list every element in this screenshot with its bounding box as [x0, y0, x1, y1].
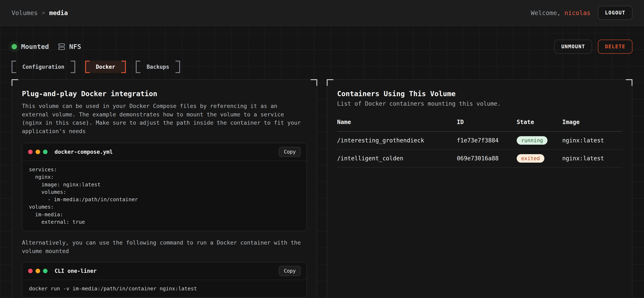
tab-docker[interactable]: Docker [85, 61, 126, 73]
compose-code-header: docker-compose.yml Copy [22, 143, 306, 161]
cli-code-header: CLI one-liner Copy [22, 262, 306, 280]
compose-filename: docker-compose.yml [54, 149, 276, 155]
breadcrumb-volumes-link[interactable]: Volumes [12, 9, 38, 16]
docker-panel-title: Plug-and-play Docker integration [22, 90, 307, 98]
breadcrumb-separator: > [42, 10, 45, 16]
compose-copy-button[interactable]: Copy [279, 147, 301, 157]
containers-panel-subtitle: List of Docker containers mounting this … [337, 100, 622, 107]
containers-table: Name ID State Image /interesting_grothen… [337, 119, 622, 167]
status-badge: running [517, 136, 548, 145]
container-image: nginx:latest [562, 132, 622, 149]
tab-configuration[interactable]: Configuration [12, 61, 75, 73]
fs-type-label: NFS [69, 43, 81, 51]
app-header: Volumes > media Welcome, nicolas LOGOUT [0, 0, 644, 26]
status-badge: exited [517, 154, 544, 163]
welcome-prefix: Welcome, [531, 9, 564, 16]
volume-status-group: Mounted NFS [12, 43, 81, 51]
cli-code-block: CLI one-liner Copy docker run -v im-medi… [22, 262, 307, 298]
table-row: /intelligent_colden 069e73016a88 exited … [337, 149, 622, 167]
containers-panel-title: Containers Using This Volume [337, 90, 622, 98]
column-header-id: ID [457, 119, 517, 132]
panel-corner-decoration [626, 79, 632, 86]
container-id: 069e73016a88 [457, 149, 517, 167]
container-name: /intelligent_colden [337, 149, 457, 167]
logout-button[interactable]: LOGOUT [598, 6, 632, 20]
volume-detail-page: { "header": { "breadcrumb": { "root": "V… [0, 0, 644, 298]
window-dot-green-icon [43, 149, 48, 154]
containers-table-header-row: Name ID State Image [337, 119, 622, 132]
compose-code-content: services: nginx: image: nginx:latest vol… [22, 161, 306, 231]
window-dot-green-icon [43, 269, 48, 273]
window-dot-yellow-icon [36, 149, 40, 154]
username: nicolas [564, 9, 590, 16]
containers-panel: Containers Using This Volume List of Doc… [327, 79, 632, 298]
column-header-image: Image [562, 119, 622, 132]
panel-corner-decoration [12, 79, 18, 86]
panel-corner-decoration [311, 79, 317, 86]
breadcrumb-current-volume: media [49, 9, 68, 16]
compose-code-block: docker-compose.yml Copy services: nginx:… [22, 143, 307, 231]
breadcrumb: Volumes > media [12, 9, 68, 16]
window-dot-red-icon [28, 269, 33, 273]
docker-panel-description: This volume can be used in your Docker C… [22, 102, 307, 135]
status-row: Mounted NFS UNMOUNT DELETE [12, 40, 632, 54]
tab-bar: Configuration Docker Backups [12, 61, 632, 73]
column-header-state: State [517, 119, 562, 132]
delete-button[interactable]: DELETE [598, 40, 632, 54]
fs-type-status: NFS [58, 43, 81, 51]
mount-status-label: Mounted [21, 43, 49, 51]
container-image: nginx:latest [562, 149, 622, 167]
volume-actions: UNMOUNT DELETE [554, 40, 632, 54]
panels-row: Plug-and-play Docker integration This vo… [12, 79, 632, 298]
server-icon [58, 43, 65, 50]
cli-title: CLI one-liner [54, 268, 276, 274]
container-name: /interesting_grothendieck [337, 132, 457, 149]
table-row: /interesting_grothendieck f1e73e7f3884 r… [337, 132, 622, 149]
container-id: f1e73e7f3884 [457, 132, 517, 149]
cli-note: Alternatively, you can use the following… [22, 239, 307, 255]
header-right: Welcome, nicolas LOGOUT [531, 6, 632, 20]
tab-backups[interactable]: Backups [136, 61, 180, 73]
docker-integration-panel: Plug-and-play Docker integration This vo… [12, 79, 317, 298]
mount-status: Mounted [12, 43, 49, 51]
window-dot-red-icon [28, 149, 33, 154]
main-content: Mounted NFS UNMOUNT DELETE Configurati [0, 26, 644, 298]
cli-copy-button[interactable]: Copy [279, 266, 301, 276]
unmount-button[interactable]: UNMOUNT [554, 40, 592, 54]
cli-code-content: docker run -v im-media:/path/in/containe… [22, 280, 306, 298]
column-header-name: Name [337, 119, 457, 132]
window-dot-yellow-icon [36, 269, 40, 273]
mounted-status-dot [12, 44, 17, 49]
welcome-text: Welcome, nicolas [531, 9, 590, 16]
panel-corner-decoration [327, 79, 333, 86]
